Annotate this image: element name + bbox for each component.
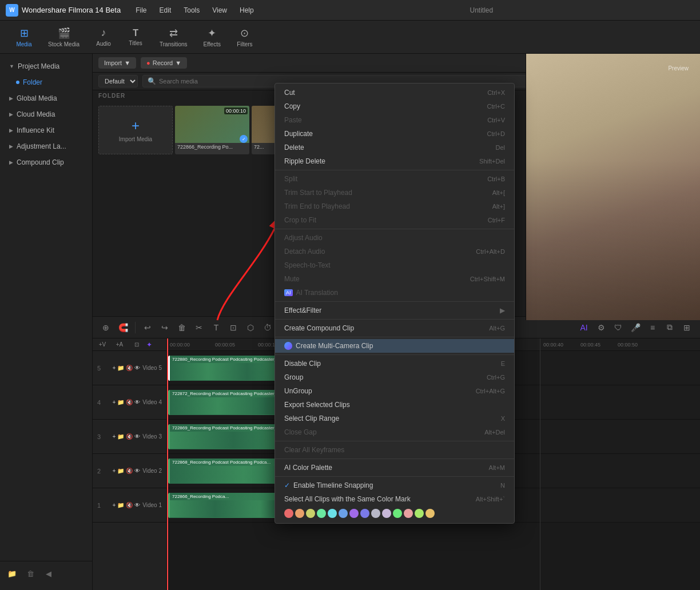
ctx-copy[interactable]: Copy Ctrl+C bbox=[275, 99, 514, 113]
ctx-duplicate[interactable]: Duplicate Ctrl+D bbox=[275, 127, 514, 141]
ctx-create-multicam-clip[interactable]: Create Multi-Camera Clip bbox=[275, 339, 514, 353]
swatch-pink[interactable] bbox=[284, 509, 293, 518]
record-button[interactable]: ● Record ▼ bbox=[141, 57, 187, 69]
sidebar-item-global-media[interactable]: ▶ Global Media bbox=[2, 91, 90, 106]
tool-transitions[interactable]: ⇄ Transitions bbox=[153, 23, 194, 51]
tool-filters[interactable]: ⊙ Filters bbox=[230, 23, 260, 51]
track-mute-icon-4[interactable]: 🔇 bbox=[126, 399, 133, 405]
track-eye-icon-1[interactable]: 👁 bbox=[134, 502, 140, 508]
expand-button[interactable]: ⊞ bbox=[679, 320, 694, 335]
ctx-export-selected-clips[interactable]: Export Selected Clips bbox=[275, 398, 514, 412]
swatch-orange[interactable] bbox=[295, 509, 304, 518]
tool-titles[interactable]: T Titles bbox=[121, 25, 150, 50]
filter-select[interactable]: Default bbox=[98, 75, 138, 87]
shield-button[interactable]: 🛡 bbox=[611, 320, 626, 335]
sidebar-item-adjustment-la[interactable]: ▶ Adjustment La... bbox=[2, 139, 90, 154]
swatch-light-gray[interactable] bbox=[371, 509, 380, 518]
redo-button[interactable]: ↪ bbox=[157, 320, 172, 335]
track-folder-icon-2[interactable]: 📁 bbox=[117, 468, 124, 474]
swatch-light-pink[interactable] bbox=[404, 509, 413, 518]
ctx-disable-clip[interactable]: Disable Clip E bbox=[275, 357, 514, 370]
timeline-clip-video1[interactable]: 722866_Recording Podca... bbox=[168, 493, 283, 518]
pip-button[interactable]: ⧉ bbox=[662, 320, 677, 335]
menu-tools[interactable]: Tools bbox=[178, 4, 205, 17]
caption-button[interactable]: ≡ bbox=[645, 320, 660, 335]
track-eye-icon-3[interactable]: 👁 bbox=[134, 433, 140, 440]
track-add-icon[interactable]: + bbox=[112, 365, 116, 371]
menu-view[interactable]: View bbox=[206, 4, 233, 17]
menu-help[interactable]: Help bbox=[234, 4, 260, 17]
zoom-fit-button[interactable]: ⊡ bbox=[129, 338, 144, 352]
swatch-blue[interactable] bbox=[339, 509, 348, 518]
track-eye-icon[interactable]: 👁 bbox=[134, 365, 140, 371]
text-button[interactable]: T bbox=[209, 320, 224, 335]
add-track-button[interactable]: ⊕ bbox=[98, 320, 113, 335]
menu-file[interactable]: File bbox=[130, 4, 152, 17]
ctx-select-same-color-mark[interactable]: Select All Clips with the Same Color Mar… bbox=[275, 492, 514, 506]
swatch-indigo[interactable] bbox=[360, 509, 369, 518]
speed-button[interactable]: ⏱ bbox=[260, 320, 275, 335]
delete-button[interactable]: 🗑 bbox=[174, 320, 189, 335]
tool-stock-media[interactable]: 🎬 Stock Media bbox=[41, 23, 86, 51]
track-folder-icon[interactable]: 📁 bbox=[117, 365, 124, 371]
tool-audio[interactable]: ♪ Audio bbox=[89, 23, 118, 50]
swatch-teal[interactable] bbox=[317, 509, 326, 518]
swatch-yellow-green[interactable] bbox=[306, 509, 315, 518]
collapse-sidebar-icon[interactable]: ◀ bbox=[41, 566, 56, 581]
undo-button[interactable]: ↩ bbox=[140, 320, 155, 335]
sidebar-item-compound-clip[interactable]: ▶ Compound Clip bbox=[2, 155, 90, 170]
delete-folder-icon[interactable]: 🗑 bbox=[23, 566, 38, 581]
track-folder-icon-3[interactable]: 📁 bbox=[117, 433, 124, 440]
import-button[interactable]: Import ▼ bbox=[98, 57, 136, 69]
sidebar-item-project-media[interactable]: ▼ Project Media bbox=[2, 59, 90, 74]
swatch-green[interactable] bbox=[393, 509, 402, 518]
track-mute-icon-1[interactable]: 🔇 bbox=[126, 502, 133, 508]
ctx-ungroup[interactable]: UnGroup Ctrl+Alt+G bbox=[275, 384, 514, 398]
ctx-select-clip-range[interactable]: Select Clip Range X bbox=[275, 412, 514, 425]
settings-button[interactable]: ⚙ bbox=[594, 320, 608, 335]
track-mute-icon-2[interactable]: 🔇 bbox=[126, 468, 133, 474]
ctx-ai-color-palette[interactable]: AI Color Palette Alt+M bbox=[275, 461, 514, 475]
sidebar-item-influence-kit[interactable]: ▶ Influence Kit bbox=[2, 123, 90, 138]
ctx-ripple-delete[interactable]: Ripple Delete Shift+Del bbox=[275, 154, 514, 168]
stock-media-icon: 🎬 bbox=[58, 27, 70, 39]
sidebar-item-cloud-media[interactable]: ▶ Cloud Media bbox=[2, 107, 90, 122]
swatch-gold[interactable] bbox=[425, 509, 435, 518]
import-media-button[interactable]: + Import Media bbox=[98, 106, 173, 154]
mic-button[interactable]: 🎤 bbox=[628, 320, 643, 335]
track-eye-icon-4[interactable]: 👁 bbox=[134, 399, 140, 405]
track-add-icon-2[interactable]: + bbox=[112, 468, 116, 474]
swatch-lavender[interactable] bbox=[382, 509, 391, 518]
track-add-icon-1[interactable]: + bbox=[112, 502, 116, 508]
ctx-create-compound-clip[interactable]: Create Compound Clip Alt+G bbox=[275, 321, 514, 335]
add-audio-track-button[interactable]: +A bbox=[112, 338, 127, 352]
swatch-cyan[interactable] bbox=[328, 509, 337, 518]
cut-button[interactable]: ✂ bbox=[192, 320, 206, 335]
magic-wand-icon[interactable]: ✦ bbox=[146, 341, 152, 349]
track-add-icon-4[interactable]: + bbox=[112, 399, 116, 405]
sidebar-item-folder[interactable]: Folder bbox=[2, 75, 90, 90]
track-folder-icon-4[interactable]: 📁 bbox=[117, 399, 124, 405]
ai-button[interactable]: AI bbox=[576, 320, 591, 335]
swatch-purple[interactable] bbox=[349, 509, 359, 518]
tool-media[interactable]: ⊞ Media bbox=[9, 23, 39, 51]
ctx-effect-filter[interactable]: Effect&Filter ▶ bbox=[275, 304, 514, 317]
ctx-group[interactable]: Group Ctrl+G bbox=[275, 370, 514, 384]
magnetic-snap-button[interactable]: 🧲 bbox=[116, 320, 130, 335]
media-item[interactable]: 722866_Recording Po... 00:00:10 ✓ bbox=[175, 106, 249, 154]
swatch-lime[interactable] bbox=[415, 509, 424, 518]
add-folder-icon[interactable]: 📁 bbox=[5, 566, 19, 581]
track-folder-icon-1[interactable]: 📁 bbox=[117, 502, 124, 508]
tool-effects[interactable]: ✦ Effects bbox=[197, 23, 228, 51]
track-add-icon-3[interactable]: + bbox=[112, 433, 116, 440]
ctx-cut[interactable]: Cut Ctrl+X bbox=[275, 86, 514, 99]
track-mute-icon[interactable]: 🔇 bbox=[126, 365, 133, 371]
ctx-delete[interactable]: Delete Del bbox=[275, 141, 514, 154]
track-eye-icon-2[interactable]: 👁 bbox=[134, 468, 140, 474]
ctx-enable-snapping[interactable]: ✓ Enable Timeline Snapping N bbox=[275, 479, 514, 492]
menu-edit[interactable]: Edit bbox=[154, 4, 177, 17]
add-video-track-button[interactable]: +V bbox=[95, 338, 110, 352]
crop-button[interactable]: ⊡ bbox=[226, 320, 241, 335]
track-mute-icon-3[interactable]: 🔇 bbox=[126, 433, 133, 440]
color-button[interactable]: ⬡ bbox=[243, 320, 258, 335]
